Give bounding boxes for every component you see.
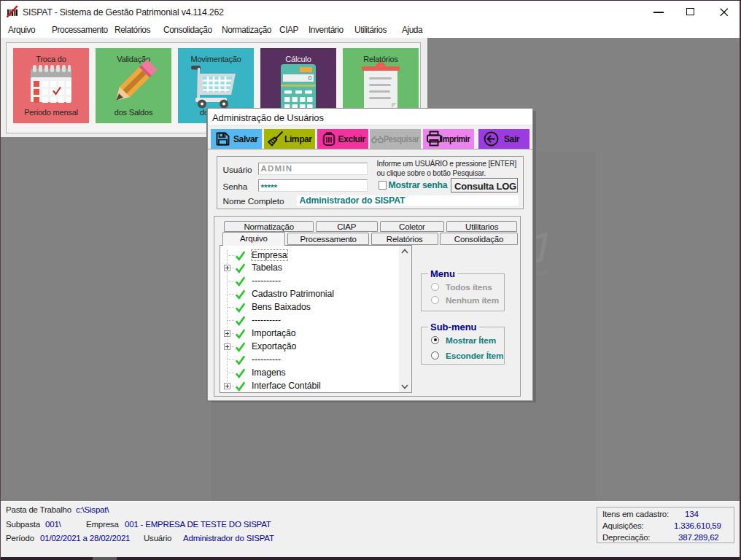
svg-text:0: 0 (308, 74, 311, 82)
